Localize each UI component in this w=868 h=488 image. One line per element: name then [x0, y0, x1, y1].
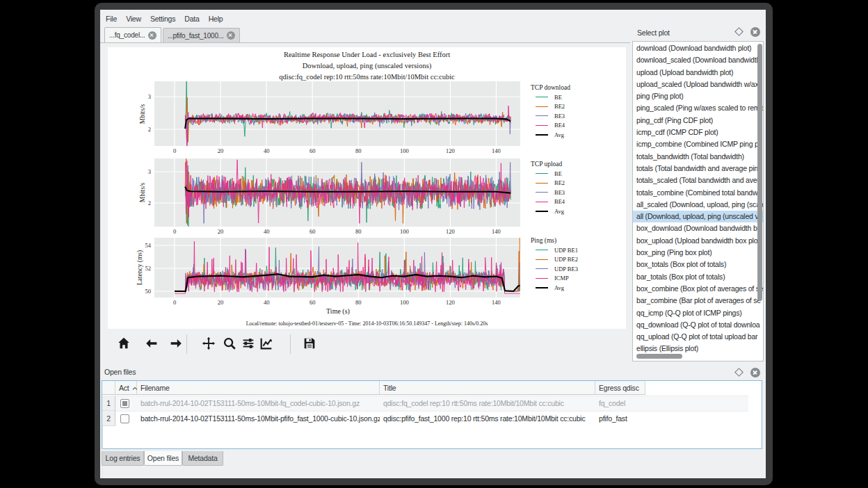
bottom-tab-metadata[interactable]: Metadata: [182, 451, 223, 466]
plot-list-item[interactable]: ping (Ping plot): [633, 90, 763, 102]
y-axis-label: Mbits/s: [139, 183, 146, 203]
legend-entry: BE2: [536, 179, 565, 188]
plot-list-item[interactable]: qq_icmp (Q-Q plot of ICMP pings): [633, 307, 763, 319]
tab-close-icon[interactable]: [227, 31, 235, 40]
row-checkbox[interactable]: [120, 414, 129, 423]
menu-view[interactable]: View: [126, 15, 147, 23]
plot-list-item[interactable]: upload (Upload bandwidth plot): [633, 67, 763, 79]
legend-label: BE2: [554, 103, 565, 110]
menu-settings[interactable]: Settings: [150, 15, 181, 23]
legend-label: Avg: [554, 131, 564, 138]
plot-list-item[interactable]: box_totals (Box plot of totals): [633, 259, 763, 270]
save-button[interactable]: [301, 335, 318, 352]
column-header-egress[interactable]: Egress qdisc: [595, 381, 645, 395]
bottom-tab-log-entries[interactable]: Log entries: [102, 451, 144, 466]
pan-icon: [201, 336, 216, 351]
plot-list-item[interactable]: all_scaled (Download, upload, ping (scal…: [633, 199, 763, 211]
plot-list-item[interactable]: qq_upload (Q-Q plot of total upload bar: [633, 331, 763, 343]
open-files-float-icon[interactable]: [734, 368, 744, 377]
title-cell[interactable]: qdisc:fq_codel rep:10 rtt:50ms rate:10Mb…: [380, 396, 595, 411]
legend-line-swatch: [536, 250, 548, 250]
zoom-button[interactable]: [221, 335, 238, 352]
legend-label: BE: [554, 94, 562, 101]
column-header-act[interactable]: Act: [115, 381, 137, 395]
legend-entry: BE4: [536, 197, 565, 206]
y-axis-label: Latency (ms): [136, 250, 143, 285]
menu-file[interactable]: File: [106, 15, 122, 23]
home-button[interactable]: [115, 335, 132, 352]
plot-list-item[interactable]: totals (Total bandwidth and average pin: [633, 163, 763, 174]
plot-list-item[interactable]: box_ping (Ping box plot): [633, 247, 763, 259]
column-header-filename[interactable]: Filename: [137, 381, 380, 395]
plot-list-item[interactable]: download (Download bandwidth plot): [633, 42, 763, 54]
x-tick-label: 80: [355, 228, 362, 235]
column-header-title[interactable]: Title: [380, 381, 595, 395]
legend-line-swatch: [536, 183, 548, 184]
legend-label: UDP BE1: [554, 247, 578, 254]
open-files-dock-title: Open files: [104, 368, 136, 376]
legend-line-swatch: [536, 97, 548, 97]
y-tick-label: 54: [145, 242, 152, 249]
legend-line-swatch: [536, 278, 548, 279]
horizontal-scrollbar[interactable]: [636, 354, 682, 359]
plot-list-item[interactable]: totals_combine (Combined total bandw: [633, 187, 763, 199]
tab-pfifo-fast[interactable]: ...pfifo_fast_1000...: [163, 28, 240, 42]
plot-list-item[interactable]: box_combine (Box plot of averages of se: [633, 283, 763, 295]
filename-cell[interactable]: batch-rrul-2014-10-02T153111-50ms-10Mbit…: [137, 411, 380, 426]
row-checkbox[interactable]: [120, 399, 129, 408]
bottom-tab-bar: Log entriesOpen filesMetadata: [100, 451, 766, 466]
legend-line-swatch: [536, 134, 548, 136]
y-tick-label: 2: [148, 200, 151, 206]
legend-line-swatch: [536, 287, 548, 288]
filename-cell[interactable]: batch-rrul-2014-10-02T153111-50ms-10Mbit…: [137, 396, 380, 411]
tab-fq-codel[interactable]: ...fq_codel...: [104, 27, 161, 42]
vertical-scrollbar[interactable]: [757, 44, 762, 301]
x-tick-label: 20: [218, 228, 224, 235]
y-tick-label: 52: [145, 265, 152, 272]
egress-cell[interactable]: pfifo_fast: [595, 411, 645, 426]
plot-list-item[interactable]: box_upload (Upload bandwidth box plo: [633, 235, 763, 247]
legend-entry: BE3: [536, 111, 565, 120]
legend-line-swatch: [536, 268, 548, 269]
legend-label: Avg: [554, 284, 564, 291]
table-grid-line: [102, 473, 103, 478]
menu-data[interactable]: Data: [184, 15, 204, 23]
plot-list-item[interactable]: icmp_combine (Combined ICMP ping pl: [633, 138, 763, 150]
open-files-close-icon[interactable]: [750, 368, 760, 377]
plot-list-item[interactable]: download_scaled (Download bandwidth: [633, 54, 763, 66]
menu-help[interactable]: Help: [209, 15, 229, 23]
pan-button[interactable]: [200, 335, 217, 352]
back-button[interactable]: [143, 335, 160, 352]
plot-list-item[interactable]: bar_combine (Bar plot of averages of se: [633, 295, 763, 307]
egress-cell[interactable]: fq_codel: [595, 396, 645, 411]
select-plot-close-icon[interactable]: [750, 27, 760, 37]
select-plot-dock-title: Select plot: [637, 29, 670, 37]
legend-label: UDP BE3: [554, 266, 578, 273]
legend-entry: BE2: [536, 102, 565, 111]
plot-figure: Realtime Response Under Load - exclusive…: [108, 47, 626, 329]
bottom-tab-open-files[interactable]: Open files: [144, 451, 182, 466]
plot-list-item[interactable]: ping_scaled (Ping w/axes scaled to remo: [633, 102, 763, 114]
legend-title: TCP download: [531, 84, 570, 91]
plot-list-item[interactable]: qq_download (Q-Q plot of total downloa: [633, 319, 763, 331]
legend-entry: Avg: [536, 283, 564, 292]
subplots-button[interactable]: [240, 335, 257, 352]
select-plot-float-icon[interactable]: [734, 27, 744, 36]
plot-list-item[interactable]: box_download (Download bandwidth b: [633, 222, 763, 234]
plot-list-item[interactable]: ping_cdf (Ping CDF plot): [633, 115, 763, 127]
plot-list-item[interactable]: all (Download, upload, ping (unscaled ve: [633, 211, 763, 222]
tab-close-icon[interactable]: [148, 31, 156, 40]
forward-button[interactable]: [168, 335, 184, 352]
plot-list-item[interactable]: icmp_cdf (ICMP CDF plot): [633, 127, 763, 138]
plot-list-item[interactable]: upload_scaled (Upload bandwidth w/ax: [633, 79, 763, 90]
x-tick-label: 80: [355, 299, 362, 306]
legend-line-swatch: [536, 211, 548, 212]
axes-button[interactable]: [258, 335, 275, 352]
plot-list-item[interactable]: totals_scaled (Total bandwidth and aver: [633, 174, 763, 186]
legend-entry: BE4: [536, 121, 565, 130]
title-cell[interactable]: qdisc:pfifo_fast_1000 rep:10 rtt:50ms ra…: [380, 411, 595, 426]
toolbar-separator: [186, 334, 187, 354]
plot-list-item[interactable]: bar_totals (Box plot of totals): [633, 271, 763, 283]
plot-list-item[interactable]: totals_bandwidth (Total bandwidth): [633, 151, 763, 163]
subplots-icon: [241, 336, 256, 351]
